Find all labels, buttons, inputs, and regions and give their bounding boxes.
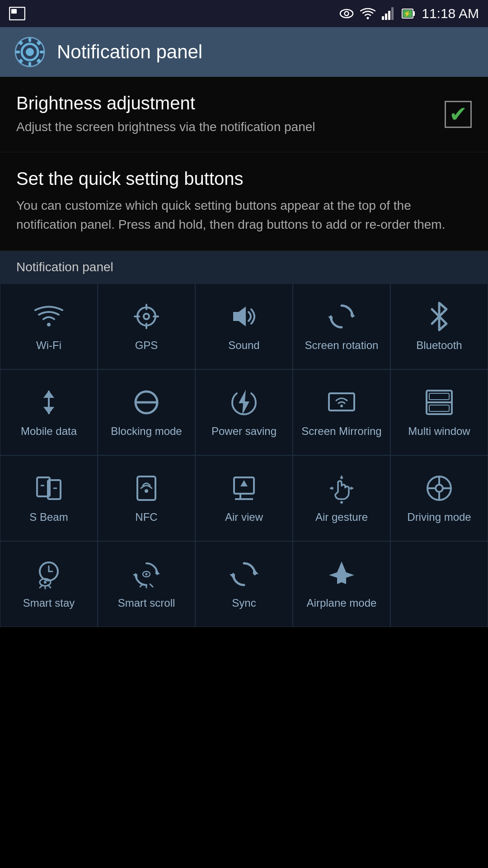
- s-beam-label: S Beam: [29, 510, 68, 524]
- blocking-mode-label: Blocking mode: [111, 424, 182, 438]
- grid-item-power-saving[interactable]: Power saving: [195, 369, 293, 455]
- svg-marker-62: [340, 502, 343, 504]
- power-saving-grid-icon: [229, 387, 259, 418]
- grid-item-screen-rotation[interactable]: Screen rotation: [293, 283, 390, 369]
- status-bar-left: [9, 7, 25, 20]
- svg-rect-5: [382, 16, 384, 20]
- mobile-data-label: Mobile data: [21, 424, 77, 438]
- svg-point-26: [144, 314, 149, 319]
- grid-item-smart-stay[interactable]: Smart stay: [0, 541, 98, 627]
- svg-marker-54: [240, 480, 248, 486]
- airplane-mode-label: Airplane mode: [307, 596, 377, 610]
- svg-rect-6: [385, 14, 387, 20]
- grid-item-screen-mirroring[interactable]: Screen Mirroring: [293, 369, 390, 455]
- air-view-label: Air view: [225, 510, 263, 524]
- grid-item-mobile-data[interactable]: Mobile data: [0, 369, 98, 455]
- settings-gear-icon: [14, 36, 46, 68]
- airplane-mode-grid-icon: [326, 559, 357, 590]
- svg-line-70: [48, 585, 51, 588]
- smart-stay-label: Smart stay: [23, 596, 75, 610]
- grid-item-s-beam[interactable]: S Beam: [0, 455, 98, 541]
- brightness-checkbox[interactable]: ✔: [445, 101, 472, 128]
- sync-label: Sync: [232, 596, 256, 610]
- svg-rect-17: [28, 62, 31, 66]
- grid-item-multi-window[interactable]: Multi window: [390, 369, 488, 455]
- grid-item-air-view[interactable]: Air view: [195, 455, 293, 541]
- svg-rect-16: [28, 38, 31, 42]
- checkmark-icon: ✔: [449, 104, 467, 125]
- smart-scroll-grid-icon: [131, 559, 162, 590]
- svg-marker-60: [340, 476, 343, 478]
- grid-item-sync[interactable]: Sync: [195, 541, 293, 627]
- wifi-grid-icon: [33, 301, 64, 332]
- grid-item-gps[interactable]: GPS: [98, 283, 195, 369]
- sound-label: Sound: [228, 338, 259, 352]
- screen-rotation-grid-icon: [326, 301, 357, 332]
- brightness-section[interactable]: Brightness adjustment Adjust the screen …: [0, 77, 488, 152]
- smart-stay-grid-icon: [33, 559, 64, 590]
- driving-mode-label: Driving mode: [407, 510, 471, 524]
- svg-point-50: [145, 489, 148, 493]
- panel-label: Notification panel: [0, 251, 488, 283]
- grid-item-bluetooth[interactable]: Bluetooth: [390, 283, 488, 369]
- bluetooth-label: Bluetooth: [416, 338, 462, 352]
- s-beam-grid-icon: [33, 473, 64, 504]
- sound-grid-icon: [229, 301, 259, 332]
- blocking-mode-grid-icon: [131, 387, 162, 418]
- grid-item-airplane-mode[interactable]: Airplane mode: [293, 541, 390, 627]
- brightness-title: Brightness adjustment: [16, 93, 434, 113]
- svg-point-40: [340, 405, 343, 407]
- grid-item-smart-scroll[interactable]: Smart scroll: [98, 541, 195, 627]
- svg-rect-19: [40, 51, 44, 53]
- bluetooth-grid-icon: [424, 301, 455, 332]
- multi-window-label: Multi window: [408, 424, 470, 438]
- svg-rect-1: [11, 9, 17, 14]
- svg-point-4: [367, 17, 369, 19]
- grid-item-empty: [390, 541, 488, 627]
- screen-rotation-label: Screen rotation: [305, 338, 379, 352]
- power-saving-label: Power saving: [211, 424, 277, 438]
- svg-rect-8: [391, 7, 394, 20]
- grid-item-air-gesture[interactable]: Air gesture: [293, 455, 390, 541]
- air-view-grid-icon: [229, 473, 259, 504]
- grid-item-driving-mode[interactable]: Driving mode: [390, 455, 488, 541]
- brightness-subtitle: Adjust the screen brightness via the not…: [16, 118, 434, 136]
- eye-icon: [339, 9, 354, 19]
- screenshot-icon: [9, 7, 25, 20]
- grid-item-wifi[interactable]: Wi-Fi: [0, 283, 98, 369]
- grid-item-nfc[interactable]: NFC: [98, 455, 195, 541]
- status-bar: ⚡ 11:18 AM: [0, 0, 488, 27]
- svg-point-24: [47, 323, 51, 326]
- grid-item-blocking-mode[interactable]: Blocking mode: [98, 369, 195, 455]
- svg-line-77: [150, 584, 153, 587]
- mobile-data-grid-icon: [33, 387, 64, 418]
- quick-settings-description: You can customize which quick setting bu…: [16, 196, 472, 234]
- wifi-label: Wi-Fi: [36, 338, 61, 352]
- gps-label: GPS: [135, 338, 158, 352]
- svg-marker-71: [155, 569, 160, 574]
- svg-point-2: [340, 9, 353, 18]
- nfc-grid-icon: [131, 473, 162, 504]
- svg-marker-58: [351, 486, 353, 490]
- wifi-icon: [360, 7, 375, 20]
- svg-text:⚡: ⚡: [404, 10, 411, 18]
- svg-rect-7: [388, 11, 390, 20]
- svg-point-64: [436, 485, 443, 492]
- quick-settings-grid: Wi-Fi GPS Sound Screen rotation: [0, 283, 488, 627]
- svg-point-74: [145, 573, 148, 575]
- svg-point-67: [44, 581, 47, 584]
- quick-settings-title: Set the quick setting buttons: [16, 169, 472, 189]
- air-gesture-label: Air gesture: [315, 510, 368, 524]
- svg-marker-56: [330, 486, 333, 490]
- gps-grid-icon: [131, 301, 162, 332]
- screen-mirroring-grid-icon: [326, 387, 357, 418]
- svg-rect-18: [15, 51, 20, 53]
- svg-line-68: [40, 585, 42, 588]
- app-header: Notification panel: [0, 27, 488, 77]
- grid-item-sound[interactable]: Sound: [195, 283, 293, 369]
- quick-settings-section: Set the quick setting buttons You can cu…: [0, 152, 488, 251]
- svg-rect-43: [429, 393, 449, 400]
- driving-mode-grid-icon: [424, 473, 455, 504]
- svg-point-3: [345, 12, 349, 16]
- screen-mirroring-label: Screen Mirroring: [301, 424, 381, 438]
